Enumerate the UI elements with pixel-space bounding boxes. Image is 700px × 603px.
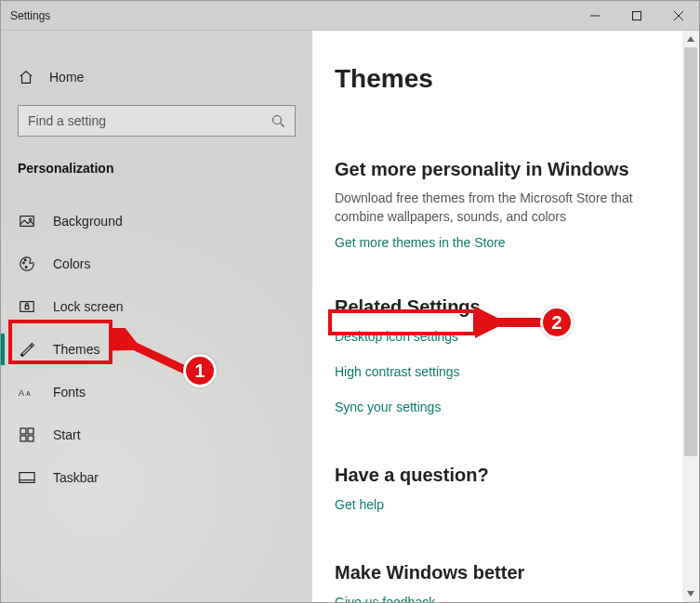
lock-screen-icon — [18, 298, 36, 315]
fonts-icon: AA — [18, 386, 36, 399]
taskbar-icon — [18, 471, 36, 484]
svg-point-1 — [272, 115, 281, 124]
sidebar: Home Personalization Background — [1, 31, 312, 602]
question-heading: Have a question? — [335, 465, 654, 486]
related-heading: Related Settings — [335, 296, 654, 318]
paint-icon — [18, 341, 36, 358]
svg-rect-8 — [25, 306, 29, 309]
sidebar-item-colors[interactable]: Colors — [1, 243, 312, 285]
search-field[interactable] — [28, 113, 271, 128]
svg-point-3 — [29, 218, 31, 220]
sidebar-item-background[interactable]: Background — [1, 200, 312, 243]
content-pane: Themes Get more personality in Windows D… — [312, 31, 682, 602]
sidebar-item-themes[interactable]: Themes — [1, 328, 312, 371]
search-icon — [271, 114, 285, 128]
promo-body: Download free themes from the Microsoft … — [335, 190, 651, 226]
promo-heading: Get more personality in Windows — [335, 159, 654, 180]
link-sync-your-settings[interactable]: Sync your settings — [335, 400, 654, 414]
sidebar-home[interactable]: Home — [1, 59, 312, 96]
home-icon — [18, 69, 34, 85]
sidebar-item-lock-screen[interactable]: Lock screen — [1, 285, 312, 328]
svg-rect-13 — [28, 428, 33, 434]
scroll-track[interactable] — [682, 47, 699, 585]
maximize-button[interactable] — [615, 1, 657, 30]
scrollbar[interactable] — [682, 31, 699, 602]
sidebar-item-taskbar[interactable]: Taskbar — [1, 456, 312, 499]
link-high-contrast-settings[interactable]: High contrast settings — [335, 364, 654, 379]
titlebar: Settings — [1, 1, 699, 31]
start-icon — [18, 427, 36, 442]
svg-text:A: A — [26, 390, 31, 397]
sidebar-item-fonts[interactable]: AA Fonts — [1, 371, 312, 413]
svg-rect-2 — [20, 216, 33, 227]
svg-rect-15 — [28, 436, 33, 441]
link-get-more-themes[interactable]: Get more themes in the Store — [335, 235, 654, 250]
link-get-help[interactable]: Get help — [335, 497, 654, 512]
sidebar-item-label: Themes — [53, 342, 100, 357]
svg-point-6 — [25, 267, 27, 269]
sidebar-item-label: Lock screen — [53, 299, 123, 314]
sidebar-section-label: Personalization — [1, 137, 312, 183]
svg-point-9 — [21, 354, 23, 356]
minimize-button[interactable] — [574, 1, 615, 30]
sidebar-item-label: Taskbar — [53, 470, 99, 485]
sidebar-item-label: Start — [53, 427, 81, 442]
scroll-up-icon[interactable] — [682, 31, 699, 47]
link-give-us-feedback[interactable]: Give us feedback — [335, 595, 654, 602]
window-title: Settings — [1, 9, 50, 22]
svg-rect-0 — [632, 11, 641, 20]
feedback-heading: Make Windows better — [335, 562, 654, 583]
svg-rect-16 — [20, 473, 34, 483]
sidebar-item-label: Colors — [53, 256, 90, 271]
sidebar-item-label: Background — [53, 214, 123, 229]
svg-point-5 — [24, 259, 26, 261]
close-button[interactable] — [657, 1, 699, 30]
svg-point-4 — [23, 262, 25, 264]
page-title: Themes — [335, 64, 654, 94]
image-icon — [18, 213, 36, 229]
svg-rect-14 — [20, 436, 26, 441]
svg-text:A: A — [19, 388, 24, 398]
scroll-thumb[interactable] — [684, 47, 697, 456]
sidebar-item-start[interactable]: Start — [1, 413, 312, 456]
scroll-down-icon[interactable] — [682, 585, 699, 602]
sidebar-home-label: Home — [49, 70, 84, 85]
svg-rect-12 — [20, 428, 26, 434]
search-input[interactable] — [18, 105, 296, 137]
palette-icon — [18, 256, 36, 272]
sidebar-item-label: Fonts — [53, 385, 86, 400]
link-desktop-icon-settings[interactable]: Desktop icon settings — [335, 329, 654, 344]
